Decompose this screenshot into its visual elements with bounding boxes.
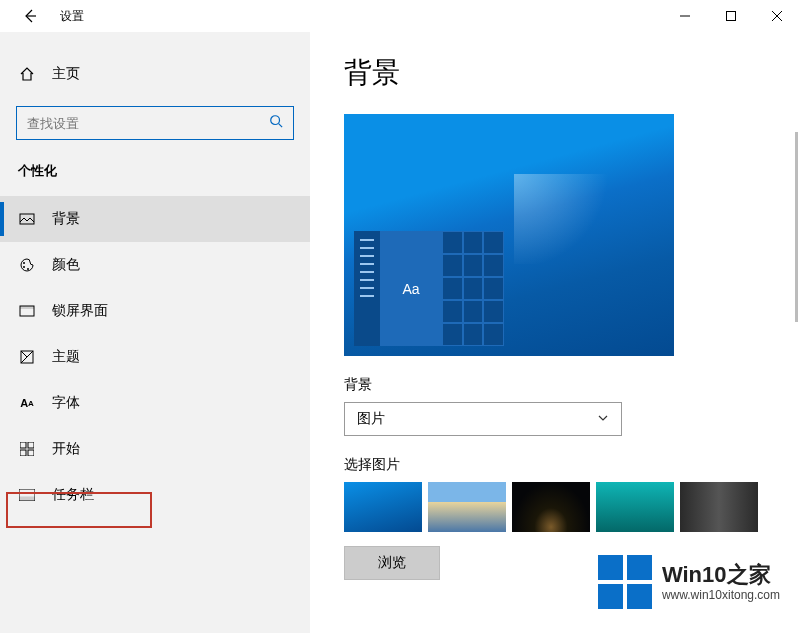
- picture-thumb[interactable]: [512, 482, 590, 532]
- picture-thumb[interactable]: [428, 482, 506, 532]
- svg-point-8: [23, 266, 25, 268]
- background-type-dropdown[interactable]: 图片: [344, 402, 622, 436]
- sidebar-item-taskbar[interactable]: 任务栏: [0, 472, 310, 518]
- svg-rect-15: [20, 450, 26, 456]
- watermark: Win10之家 www.win10xitong.com: [588, 549, 790, 615]
- titlebar: 设置: [0, 0, 800, 32]
- sidebar-item-themes[interactable]: 主题: [0, 334, 310, 380]
- picture-thumbnails: [344, 482, 770, 532]
- svg-rect-1: [727, 12, 736, 21]
- minimize-icon: [680, 11, 690, 21]
- sidebar-item-label: 锁屏界面: [52, 302, 108, 320]
- picture-thumb[interactable]: [596, 482, 674, 532]
- chevron-down-icon: [597, 411, 609, 427]
- sidebar-item-label: 开始: [52, 440, 80, 458]
- dropdown-value: 图片: [357, 410, 385, 428]
- settings-window: 设置 主页 个性化: [0, 0, 800, 633]
- image-icon: [18, 210, 36, 228]
- watermark-logo-icon: [598, 555, 652, 609]
- svg-rect-14: [28, 442, 34, 448]
- browse-button[interactable]: 浏览: [344, 546, 440, 580]
- search-box[interactable]: [16, 106, 294, 140]
- sidebar-item-fonts[interactable]: AA 字体: [0, 380, 310, 426]
- choose-picture-label: 选择图片: [344, 456, 770, 474]
- watermark-url: www.win10xitong.com: [662, 588, 780, 602]
- sidebar: 主页 个性化 背景 颜色 锁屏界面: [0, 32, 310, 633]
- search-input[interactable]: [27, 116, 247, 131]
- search-wrap: [16, 106, 294, 140]
- sidebar-item-label: 任务栏: [52, 486, 94, 504]
- taskbar-icon: [18, 486, 36, 504]
- home-icon: [18, 65, 36, 83]
- close-icon: [772, 11, 782, 21]
- watermark-text: Win10之家 www.win10xitong.com: [662, 562, 780, 603]
- sidebar-item-colors[interactable]: 颜色: [0, 242, 310, 288]
- svg-rect-6: [20, 214, 34, 224]
- svg-rect-16: [28, 450, 34, 456]
- window-body: 主页 个性化 背景 颜色 锁屏界面: [0, 32, 800, 633]
- scrollbar[interactable]: [795, 132, 798, 322]
- arrow-left-icon: [22, 8, 38, 24]
- sidebar-item-label: 背景: [52, 210, 80, 228]
- home-nav[interactable]: 主页: [0, 54, 310, 94]
- svg-point-4: [271, 116, 280, 125]
- picture-thumb[interactable]: [344, 482, 422, 532]
- close-button[interactable]: [754, 0, 800, 32]
- minimize-button[interactable]: [662, 0, 708, 32]
- preview-start-mock: Aa: [354, 231, 504, 346]
- home-label: 主页: [52, 65, 80, 83]
- start-icon: [18, 440, 36, 458]
- sidebar-item-lockscreen[interactable]: 锁屏界面: [0, 288, 310, 334]
- titlebar-left: 设置: [0, 0, 84, 32]
- svg-line-5: [279, 124, 283, 128]
- sidebar-section-title: 个性化: [0, 158, 310, 196]
- maximize-icon: [726, 11, 736, 21]
- theme-icon: [18, 348, 36, 366]
- sidebar-item-label: 字体: [52, 394, 80, 412]
- sidebar-item-start[interactable]: 开始: [0, 426, 310, 472]
- sidebar-item-label: 颜色: [52, 256, 80, 274]
- maximize-button[interactable]: [708, 0, 754, 32]
- browse-button-label: 浏览: [378, 554, 406, 572]
- back-button[interactable]: [8, 0, 52, 32]
- lockscreen-icon: [18, 302, 36, 320]
- page-title: 背景: [344, 54, 770, 92]
- background-type-label: 背景: [344, 376, 770, 394]
- svg-rect-18: [19, 497, 35, 501]
- preview-sample-text: Aa: [402, 281, 419, 297]
- svg-rect-13: [20, 442, 26, 448]
- svg-point-9: [27, 268, 29, 270]
- picture-thumb[interactable]: [680, 482, 758, 532]
- palette-icon: [18, 256, 36, 274]
- content-pane: 背景 Aa 背景 图片 选择图片: [310, 32, 800, 633]
- sidebar-item-background[interactable]: 背景: [0, 196, 310, 242]
- svg-point-7: [23, 262, 25, 264]
- window-title: 设置: [52, 8, 84, 25]
- window-controls: [662, 0, 800, 32]
- svg-rect-11: [20, 306, 34, 309]
- font-icon: AA: [18, 394, 36, 412]
- sidebar-item-label: 主题: [52, 348, 80, 366]
- watermark-title: Win10之家: [662, 562, 780, 588]
- search-icon: [269, 114, 283, 132]
- background-preview: Aa: [344, 114, 674, 356]
